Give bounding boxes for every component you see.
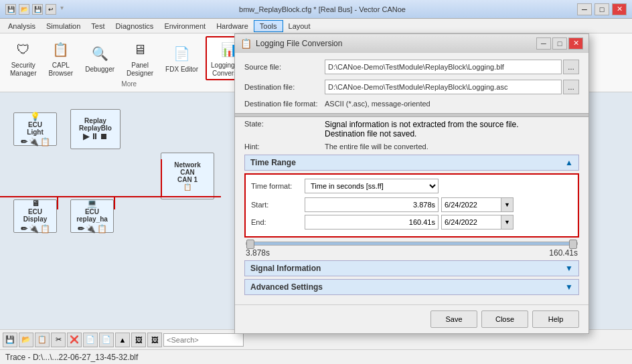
search-input[interactable] [163,333,244,347]
ecu-light-conn-icon[interactable]: 🔌 [29,137,39,147]
signal-info-section[interactable]: Signal Information ▼ [244,260,579,276]
start-date-input[interactable] [441,197,501,212]
menu-tools[interactable]: Tools [254,20,283,32]
start-value-input[interactable] [305,197,439,212]
toolbar-img1-btn[interactable]: 🖼 [131,333,146,347]
toolbar-open-btn[interactable]: 📂 [19,333,33,347]
signal-info-label: Signal Information [250,264,321,273]
source-file-input[interactable] [325,60,562,74]
end-date-input[interactable] [441,215,501,230]
dialog-body: Source file: … Destination file: … Desti… [235,53,588,304]
menu-analysis[interactable]: Analysis [3,21,41,31]
end-date-btn[interactable]: ▼ [501,215,514,230]
network-cfg-icon[interactable]: 📋 [183,183,191,191]
advanced-settings-label: Advanced Settings [250,282,323,292]
replay-stop-icon[interactable]: ⏹ [100,132,108,141]
toolbar-doc2-btn[interactable]: 📄 [99,333,114,347]
ribbon-fdx-btn[interactable]: 📄 FDX Editor [161,41,203,76]
hint-text: The entire file will be converted. [325,143,428,151]
signal-info-expand-icon[interactable]: ▼ [565,264,573,273]
time-format-select[interactable]: Time in seconds [ss.ff] Absolute time Re… [305,179,439,193]
ecu-light-icon: 💡 [30,112,40,121]
node-ecu-light[interactable]: 💡 ECU Light ✏ 🔌 📋 [13,112,57,146]
menu-hardware[interactable]: Hardware [211,21,254,31]
dest-format-row: Destination file format: ASCII (*.asc), … [244,100,579,108]
network-label1: Network [174,161,200,169]
node-ecu-display[interactable]: 🖥 ECU Display ✏ 🔌 📋 [13,199,57,233]
dialog-maximize-btn[interactable]: □ [552,37,567,50]
toolbar-doc1-btn[interactable]: 📄 [83,333,98,347]
ecu-light-cfg-icon[interactable]: 📋 [40,137,50,147]
slider-thumb-right[interactable] [569,240,577,249]
source-file-label: Source file: [244,63,325,71]
ribbon-security-btn[interactable]: 🛡 SecurityManager [5,37,41,80]
slider-thumb-left[interactable] [246,240,254,249]
time-range-collapse-icon[interactable]: ▲ [565,158,573,167]
ecu-replay-cfg-icon[interactable]: 📋 [97,224,107,234]
ecu-display-edit-icon[interactable]: ✏ [21,224,27,234]
node-replay[interactable]: Replay ReplayBlo ▶ ⏸ ⏹ [70,109,121,149]
replay-play-icon[interactable]: ▶ [83,132,89,141]
node-ecu-replay-ha[interactable]: 💻 ECU replay_ha ✏ 🔌 📋 [70,199,114,233]
dest-file-browse-btn[interactable]: … [563,80,579,94]
ecu-display-conn-icon[interactable]: 🔌 [29,224,39,234]
ribbon-group-tools: 🛡 SecurityManager 📋 CAPLBrowser 🔍 Debugg… [0,36,259,89]
minimize-app-btn[interactable]: ─ [577,3,592,15]
save-icon[interactable]: 💾 [5,4,16,15]
ecu-display-icon: 🖥 [31,199,40,208]
toolbar-cut-btn[interactable]: ✂ [51,333,66,347]
start-date-btn[interactable]: ▼ [501,197,514,212]
dest-file-row: Destination file: … [244,80,579,94]
open-icon[interactable]: 📂 [19,4,29,15]
ribbon-buttons: 🛡 SecurityManager 📋 CAPLBrowser 🔍 Debugg… [5,36,253,80]
end-value-input[interactable] [305,215,439,230]
ribbon-capl-btn[interactable]: 📋 CAPLBrowser [44,37,78,80]
ribbon-panel-btn[interactable]: 🖥 PanelDesigner [122,37,158,80]
title-bar: 💾 📂 💾 ↩ ▾ bmw_ReplayBlock.cfg * [Real Bu… [0,0,632,19]
save2-icon[interactable]: 💾 [32,4,43,15]
dest-file-input[interactable] [325,80,562,94]
undo-icon[interactable]: ↩ [46,4,56,15]
ribbon-debugger-btn[interactable]: 🔍 Debugger [80,41,119,76]
security-icon: 🛡 [13,39,34,60]
advanced-settings-section[interactable]: Advanced Settings ▼ [244,279,579,295]
time-range-section-header[interactable]: Time Range ▲ [244,155,579,171]
dialog-minimize-btn[interactable]: ─ [536,37,551,50]
save-button[interactable]: Save [430,310,477,328]
toolbar-delete-btn[interactable]: ❌ [67,333,82,347]
toolbar-arrow-btn[interactable]: ▲ [115,333,130,347]
menu-environment[interactable]: Environment [159,21,211,31]
ecu-display-controls: ✏ 🔌 📋 [21,224,50,234]
start-label: Start: [251,201,305,209]
slider-min-label: 3.878s [246,248,270,258]
maximize-app-btn[interactable]: □ [595,3,609,15]
ecu-replay-conn-icon[interactable]: 🔌 [86,224,96,234]
menu-simulation[interactable]: Simulation [41,21,86,31]
toolbar-save-btn[interactable]: 💾 [3,333,17,347]
slider-row [244,242,579,246]
ecu-display-label1: ECU [28,208,42,215]
menu-test[interactable]: Test [86,21,110,31]
replay-pause-icon[interactable]: ⏸ [90,132,98,141]
dialog-close-btn[interactable]: ✕ [568,37,583,50]
toolbar-img2-btn[interactable]: 🖼 [147,333,162,347]
ecu-replay-edit-icon[interactable]: ✏ [78,224,84,234]
ecu-light-edit-icon[interactable]: ✏ [21,137,27,147]
slider-track[interactable] [246,242,578,246]
node-network[interactable]: Network CAN CAN 1 📋 [161,153,214,199]
help-button[interactable]: Help [532,310,579,328]
fdx-label: FDX Editor [165,66,198,74]
source-file-browse-btn[interactable]: … [563,60,579,74]
ecu-display-cfg-icon[interactable]: 📋 [40,224,50,234]
menu-diagnostics[interactable]: Diagnostics [110,21,159,31]
close-button[interactable]: Close [481,310,528,328]
toolbar-copy-btn[interactable]: 📋 [35,333,50,347]
advanced-settings-expand-icon[interactable]: ▼ [565,282,573,292]
ecu-replay-label1: ECU [85,208,99,215]
close-app-btn[interactable]: ✕ [612,3,627,15]
divider1 [235,113,588,117]
end-label: End: [251,218,305,226]
hint-row: Hint: The entire file will be converted. [244,143,579,151]
dialog-title-bar: 📋 Logging File Conversion ─ □ ✕ [235,34,588,53]
menu-layout[interactable]: Layout [283,21,316,31]
